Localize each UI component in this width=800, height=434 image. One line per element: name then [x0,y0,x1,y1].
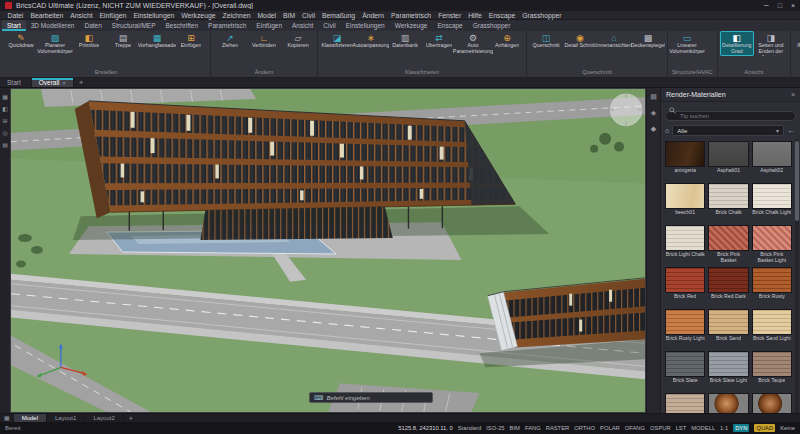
viewport-3d[interactable]: ⌨ Befehl eingeben [10,88,646,413]
ribbon-button[interactable]: ◫ Querschnitt [529,31,563,50]
command-bar[interactable]: ⌨ Befehl eingeben [309,392,433,403]
status-field[interactable]: ISO-25 [486,425,504,431]
tab-close-icon[interactable]: × [62,80,66,86]
menu-item[interactable]: Civil [299,11,319,20]
status-field[interactable]: ORTHO [574,425,595,431]
ribbon-tab[interactable]: Start [2,20,26,31]
ribbon-button[interactable]: ⚙ Auto Parametrisierung [456,31,490,56]
material-item[interactable]: Brick Light Chalk [665,225,705,264]
status-field[interactable]: OSPUR [650,425,671,431]
ribbon-button[interactable]: ▩ Deckenspiegel [631,31,665,50]
materials-search-input[interactable] [665,111,796,121]
menu-item[interactable]: BIM [279,11,298,20]
ribbon-tab[interactable]: Beschriften [161,20,204,31]
material-item[interactable]: Brick Red [665,267,705,306]
ribbon-tab[interactable]: Werkzeuge [390,20,433,31]
material-item[interactable]: Brick Chalk [708,183,748,222]
ribbon-button[interactable]: ✎ Quickdraw [4,31,38,50]
add-layout-button[interactable]: + [124,414,138,422]
material-item[interactable]: Asphalt02 [752,141,792,180]
ribbon-tab[interactable]: Einstellungen [341,20,390,31]
menu-item[interactable]: Enscape [485,11,518,20]
menu-item[interactable]: Bearbeiten [27,11,67,20]
layout-grid-icon[interactable]: ▦ [0,414,14,422]
menu-item[interactable]: Zeichnen [219,11,254,20]
library-panel-icon[interactable]: ◆ [651,125,656,133]
ribbon-button[interactable]: ◉ Detail Schnitt [563,31,597,50]
materials-panel-icon[interactable]: ◈ [651,109,656,117]
status-field[interactable]: MODELL [691,425,715,431]
menu-item[interactable]: Ansicht [67,11,96,20]
ribbon-tab[interactable]: Einfügen [251,20,287,31]
minimize-button[interactable]: ─ [764,0,769,11]
ribbon-button[interactable]: ⇄ Übertragen [422,31,456,50]
material-item[interactable]: Brick Rusty [752,267,792,306]
status-field[interactable]: BIM [510,425,520,431]
status-field[interactable]: Standard [458,425,482,431]
menu-item[interactable]: Bemaßung [318,11,358,20]
material-item[interactable]: Brick Sand Light [752,309,792,348]
target-icon[interactable]: ◎ [2,130,7,136]
material-item[interactable]: Brick Rusty Light [665,309,705,348]
menu-item[interactable]: Einfügen [96,11,130,20]
status-field[interactable]: LST [676,425,687,431]
material-item[interactable]: Bricks02 [708,393,748,413]
ribbon-button[interactable]: ▤ Treppe [106,31,140,50]
material-item[interactable]: Brick Taupe Light [665,393,705,413]
material-item[interactable]: Brick Chalk Light [752,183,792,222]
layout-tab[interactable]: Layout1 [47,414,85,422]
menu-item[interactable]: Werkzeuge [178,11,219,20]
ribbon-button[interactable]: ↗ Ziehen [213,31,247,50]
ribbon-button[interactable]: ∟ Verbinden [247,31,281,50]
ribbon-button[interactable]: ⊕ Anhängen [490,31,524,50]
status-field[interactable]: FANG [525,425,541,431]
menu-item[interactable]: Hilfe [465,11,486,20]
status-field[interactable]: DYN [733,424,749,432]
material-item[interactable]: Brick Red Dark [708,267,748,306]
document-tab[interactable]: Overall × [32,78,74,87]
menu-item[interactable]: Grasshopper [519,11,565,20]
ribbon-button[interactable]: ⌂ Innenansichten [597,31,631,50]
layout-tab[interactable]: Model [14,414,47,422]
ribbon-button[interactable]: ◧ Detaillierung Grad [720,31,754,56]
ribbon-button[interactable]: ⊞ Einfügen [174,31,208,50]
menu-item[interactable]: Ändern [359,11,388,20]
home-icon[interactable]: ⌂ [665,127,669,134]
properties-panel-icon[interactable]: ▤ [650,93,657,101]
material-item[interactable]: Bricks03 [752,393,792,413]
material-item[interactable]: Asphalt01 [708,141,748,180]
status-field[interactable]: 1:1 [720,425,728,431]
material-item[interactable]: Brick Slate [665,351,705,390]
ribbon-button[interactable]: ◨ Seiten und Enden der Anzeige [754,31,788,57]
close-button[interactable]: × [791,0,795,11]
menu-item[interactable]: Datei [4,11,27,20]
ribbon-tab[interactable]: Daten [79,20,106,31]
materials-scrollbar[interactable] [795,139,799,413]
ribbon-button[interactable]: ∗ Autoanpassung [354,31,388,50]
ribbon-button[interactable]: ▦ Vorhangfassade [140,31,174,50]
material-item[interactable]: Brick Slate Light [708,351,748,390]
status-field[interactable]: POLAR [600,425,620,431]
ribbon-tab[interactable]: Civil [318,20,340,31]
status-field[interactable]: RASTER [546,425,570,431]
menu-item[interactable]: Fenster [435,11,465,20]
material-item[interactable]: Brick Pink Basket [708,225,748,264]
back-arrow-icon[interactable]: ← [787,126,796,135]
ribbon-tab[interactable]: Parametrisch [203,20,251,31]
ribbon-button[interactable]: ◧ Primitive [72,31,106,50]
ribbon-tab[interactable]: Ansicht [287,20,318,31]
grid-icon[interactable]: ▦ [2,94,8,100]
document-tab[interactable]: Start [0,78,32,87]
ribbon-button[interactable]: ▧ Planarer Volumenkörper [38,31,72,56]
new-document-button[interactable]: + [74,78,89,87]
material-item[interactable]: beech01 [665,183,705,222]
cube-icon[interactable]: ◧ [2,106,8,112]
status-field[interactable]: QUAD [754,424,775,432]
maximize-button[interactable]: □ [778,0,782,11]
menu-item[interactable]: Einstellungen [130,11,178,20]
ribbon-tab[interactable]: Structural/MEP [107,20,161,31]
ribbon-button[interactable]: ▱ Kopieren [281,31,315,50]
ribbon-button[interactable]: IFC IFC Export [793,31,800,50]
layers-icon[interactable]: ▤ [2,142,8,148]
layout-tab[interactable]: Layout2 [85,414,123,422]
